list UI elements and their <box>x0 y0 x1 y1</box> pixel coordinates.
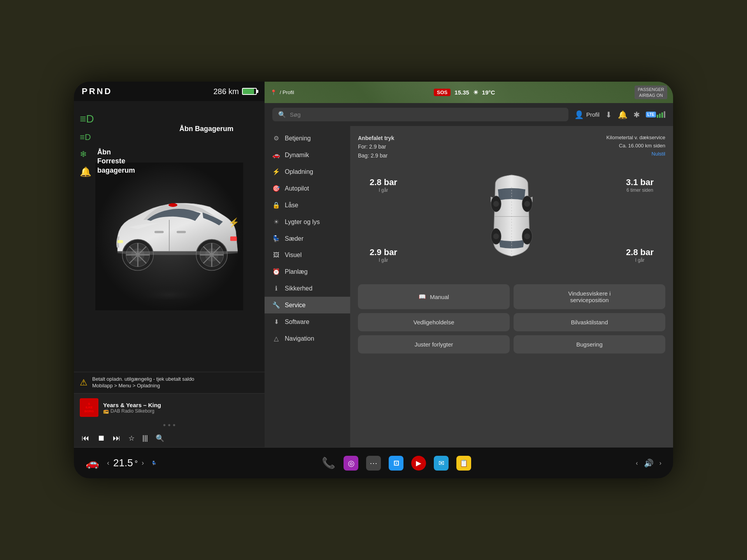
profile-button[interactable]: 👤 Profil <box>574 110 600 119</box>
tire-fl-value: 2.8 bar <box>370 177 397 187</box>
temp-down-arrow[interactable]: ‹ <box>107 459 109 467</box>
search-music-button[interactable]: 🔍 <box>156 434 164 443</box>
visuel-icon: 🖼 <box>272 252 280 259</box>
menu-item-sikkerhed[interactable]: ℹ Sikkerhed <box>265 280 350 297</box>
radio-app-icon-symbol: ◎ <box>348 458 354 468</box>
search-box[interactable]: 🔍 Søg <box>272 108 568 121</box>
service-km-label: Kilometertal v. dækservice <box>607 134 665 142</box>
seat-heat-indicator: 💺 <box>152 461 156 465</box>
music-source: 📻 DAB Radio Silkeborg <box>103 408 259 414</box>
car-bottom-icon[interactable]: 🚗 <box>86 457 99 469</box>
equalizer-button[interactable]: ||| <box>142 434 148 442</box>
tire-rr: 2.8 bar I går <box>626 247 654 263</box>
menu-item-planlaeg[interactable]: ⏰ Planlæg <box>265 263 350 280</box>
wiper-service-button[interactable]: Vinduesviskere iserviceposition <box>514 284 665 309</box>
bilvasktilstand-button[interactable]: Bilvasktilstand <box>514 313 665 331</box>
tire-rl: 2.9 bar I går <box>370 247 397 263</box>
sikkerhed-icon: ℹ <box>272 285 280 292</box>
stop-button[interactable]: ⏹ <box>97 434 105 443</box>
music-title: Years & Years – King <box>103 402 259 408</box>
betjening-icon: ⚙ <box>272 135 280 142</box>
volume-control: 🔊 <box>644 458 654 468</box>
battery-icon <box>242 88 257 95</box>
opladning-label: Opladning <box>285 168 313 175</box>
tesla-app-icon[interactable]: ⊡ <box>389 456 403 471</box>
radio-icon-small: 📻 <box>103 408 109 414</box>
favorite-button[interactable]: ☆ <box>128 434 135 443</box>
person-icon: 👤 <box>574 110 584 119</box>
menu-item-software[interactable]: ⬇ Software <box>265 313 350 330</box>
menu-item-dynamik[interactable]: 🚗 Dynamik <box>265 147 350 163</box>
bottom-right: ‹ 🔊 › <box>636 458 661 468</box>
navigation-label: Navigation <box>285 335 314 342</box>
rear-trunk-label[interactable]: Åbn Bagagerum <box>179 124 233 133</box>
bottom-left: 🚗 ‹ 21.5 ° › 💺 <box>86 457 156 469</box>
temp-unit: ° <box>135 459 138 468</box>
menu-item-navigation[interactable]: △ Navigation <box>265 330 350 347</box>
vedligeholdelse-button[interactable]: Vedligeholdelse <box>358 313 510 331</box>
main-area: PRND 286 km ≡D ≡D ❄ 🔔 <box>74 82 673 447</box>
map-icon: 📍 <box>270 89 277 95</box>
menu-item-service[interactable]: 🔧 Service <box>265 297 350 313</box>
sos-label: SOS <box>434 89 451 96</box>
service-km-value: Ca. 16.000 km siden <box>607 142 665 150</box>
bugsering-button[interactable]: Bugsering <box>514 335 665 354</box>
planlaeg-label: Planlæg <box>285 268 308 275</box>
media-app-icon[interactable]: ▶ <box>411 456 426 471</box>
notification-wrapper: 🔔 <box>618 110 628 119</box>
mail-app-icon[interactable]: ✉ <box>434 456 449 471</box>
volume-icon[interactable]: 🔊 <box>644 458 654 468</box>
manual-button[interactable]: 📖 Manual <box>358 284 510 309</box>
notification-bell-icon[interactable]: 🔔 <box>618 110 628 119</box>
lte-badge: LTE <box>646 112 656 117</box>
next-button[interactable]: ⏭ <box>113 434 121 443</box>
menu-item-opladning[interactable]: ⚡ Opladning <box>265 163 350 180</box>
map-strip: 📍 / Profil SOS 15.35 ☀ 19°C PASSENGERAIR… <box>265 82 673 103</box>
juster-forlygter-button[interactable]: Juster forlygter <box>358 335 510 354</box>
profil-label-map: / Profil <box>280 89 294 95</box>
signal-bar-1 <box>657 115 658 118</box>
temp-up-arrow[interactable]: › <box>142 459 144 467</box>
airbag-badge: PASSENGERAIRBAG ON <box>635 86 667 99</box>
chat-app-icon[interactable]: ⋯ <box>366 456 381 471</box>
saeder-icon: 💺 <box>272 235 280 242</box>
menu-item-saeder[interactable]: 💺 Sæder <box>265 230 350 247</box>
next-track-icon[interactable]: › <box>659 460 661 467</box>
svg-point-1 <box>125 277 214 299</box>
music-details: Years & Years – King 📻 DAB Radio Silkebo… <box>103 402 259 414</box>
profil-label: Profil <box>586 111 600 118</box>
lygter-label: Lygter og lys <box>285 219 320 226</box>
recommended-label: Anbefalet tryk <box>358 134 394 142</box>
menu-item-betjening[interactable]: ⚙ Betjening <box>265 130 350 147</box>
signal-bar-4 <box>664 111 665 118</box>
software-icon: ⬇ <box>272 318 280 326</box>
phone-app-icon[interactable]: 📞 <box>321 456 336 471</box>
tire-header: Anbefalet tryk For: 2.9 bar Bag: 2.9 bar… <box>358 134 665 160</box>
search-placeholder: Søg <box>290 111 301 118</box>
download-icon[interactable]: ⬇ <box>605 110 612 119</box>
mail-icon: ✉ <box>438 459 444 467</box>
tire-rl-time: I går <box>370 257 397 263</box>
settings-body: ⚙ Betjening 🚗 Dynamik ⚡ Opladning 🎯 <box>265 126 673 447</box>
layers-app-icon[interactable]: 📋 <box>456 456 471 471</box>
warning-icon: ⚠ <box>80 378 88 388</box>
prev-button[interactable]: ⏮ <box>82 434 89 443</box>
car-image: ⚡ <box>95 163 243 310</box>
bottom-center: 📞 ◎ ⋯ ⊡ ▶ ✉ 📋 <box>321 456 471 471</box>
bluetooth-icon[interactable]: ✱ <box>633 110 640 119</box>
menu-item-laase[interactable]: 🔒 Låse <box>265 197 350 214</box>
weather-icon: ☀ <box>473 89 478 96</box>
play-icon: ▶ <box>416 459 421 467</box>
front-trunk-label[interactable]: Åbn Forreste bagagerum <box>97 148 135 175</box>
menu-item-autopilot[interactable]: 🎯 Autopilot <box>265 180 350 197</box>
autopilot-icon: 🎯 <box>272 185 280 192</box>
menu-item-visuel[interactable]: 🖼 Visuel <box>265 247 350 263</box>
planlaeg-icon: ⏰ <box>272 268 280 275</box>
reset-link[interactable]: Nulstil <box>607 150 665 158</box>
svg-point-23 <box>168 203 177 207</box>
temp-display: 21.5 ° <box>113 457 138 469</box>
radio-app-icon[interactable]: ◎ <box>344 456 358 471</box>
tire-fr: 3.1 bar 6 timer siden <box>626 177 654 193</box>
menu-item-lygter[interactable]: ☀ Lygter og lys <box>265 214 350 230</box>
prev-track-icon[interactable]: ‹ <box>636 460 638 467</box>
